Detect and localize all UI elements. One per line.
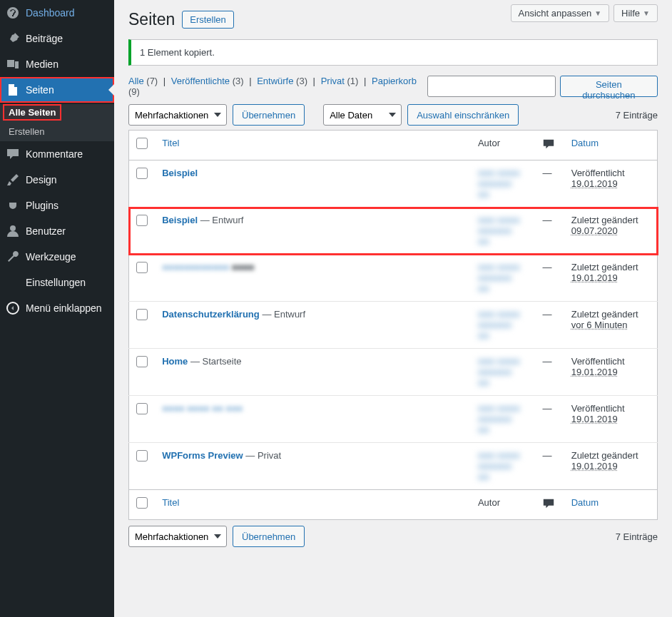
help-button[interactable]: Hilfe▼ bbox=[614, 4, 658, 22]
page-title-link[interactable]: Beispiel bbox=[162, 168, 198, 178]
author-cell: ■■■ ■■■■■■■■■■■■ bbox=[478, 450, 520, 482]
select-all-checkbox-bottom[interactable] bbox=[136, 497, 148, 509]
sidebar-submenu-pages: Alle Seiten Erstellen bbox=[0, 104, 114, 141]
add-new-button[interactable]: Erstellen bbox=[182, 11, 234, 29]
filter-apply-button[interactable]: Auswahl einschränken bbox=[407, 104, 519, 126]
pages-icon bbox=[6, 83, 20, 97]
sidebar-item-users[interactable]: Benutzer bbox=[0, 218, 114, 244]
col-comments[interactable] bbox=[535, 131, 564, 160]
user-icon bbox=[6, 224, 20, 238]
admin-sidebar: Dashboard Beiträge Medien Seiten Alle Se… bbox=[0, 0, 114, 617]
items-count: 7 Einträge bbox=[616, 110, 658, 121]
sidebar-item-tools[interactable]: Werkzeuge bbox=[0, 244, 114, 270]
sidebar-item-pages[interactable]: Seiten bbox=[0, 77, 114, 103]
sidebar-label: Plugins bbox=[26, 200, 58, 211]
col-author-bottom: Autor bbox=[471, 490, 536, 520]
pin-icon bbox=[6, 31, 20, 46]
table-row: ■■■■■■■■■■■■ ■■■■ ■■■ ■■■■■■■■■■■■ — Zul… bbox=[129, 255, 658, 302]
collapse-icon bbox=[6, 301, 20, 315]
comments-cell: — bbox=[535, 349, 564, 396]
sidebar-label: Kommentare bbox=[26, 148, 83, 160]
comments-cell: — bbox=[535, 208, 564, 255]
row-checkbox[interactable] bbox=[136, 450, 148, 462]
col-date-bottom[interactable]: Datum bbox=[571, 497, 599, 508]
submenu-add-page[interactable]: Erstellen bbox=[0, 122, 114, 141]
page-title-link[interactable]: WPForms Preview bbox=[162, 450, 243, 461]
select-all-checkbox[interactable] bbox=[136, 138, 148, 149]
comment-icon bbox=[542, 138, 555, 151]
wrench-icon bbox=[6, 250, 20, 264]
col-title-bottom[interactable]: Titel bbox=[162, 497, 179, 508]
comments-cell: — bbox=[535, 255, 564, 302]
bulk-apply-button[interactable]: Übernehmen bbox=[233, 104, 305, 126]
row-checkbox[interactable] bbox=[136, 262, 148, 273]
notice-text: 1 Element kopiert. bbox=[140, 47, 215, 58]
search-input[interactable] bbox=[427, 76, 556, 97]
sidebar-label: Werkzeuge bbox=[26, 251, 76, 262]
caret-down-icon: ▼ bbox=[643, 9, 650, 17]
date-cell: Veröffentlicht19.01.2019 bbox=[564, 160, 658, 208]
page-title-link[interactable]: Beispiel bbox=[162, 215, 198, 225]
sidebar-item-settings[interactable]: Einstellungen bbox=[0, 270, 114, 295]
status-filters: Alle (7) | Veröffentlichte (3) | Entwürf… bbox=[128, 76, 427, 97]
sidebar-item-collapse[interactable]: Menü einklappen bbox=[0, 295, 114, 321]
filter-trash[interactable]: Papierkorb bbox=[372, 76, 417, 86]
author-cell: ■■■ ■■■■■■■■■■■■ bbox=[478, 215, 520, 247]
author-cell: ■■■ ■■■■■■■■■■■■ bbox=[478, 356, 520, 388]
page-title-link[interactable]: Home bbox=[162, 356, 188, 367]
col-date[interactable]: Datum bbox=[571, 138, 599, 148]
page-title-link[interactable]: Datenschutzerklärung bbox=[162, 309, 260, 320]
pages-table: Titel Autor Datum Beispiel ■■■ ■■■■■■■■■… bbox=[128, 130, 658, 520]
bulk-apply-button-bottom[interactable]: Übernehmen bbox=[233, 526, 305, 547]
row-checkbox[interactable] bbox=[136, 403, 148, 414]
sidebar-label: Benutzer bbox=[26, 225, 66, 237]
date-cell: Veröffentlicht19.01.2019 bbox=[564, 396, 658, 443]
sidebar-item-plugins[interactable]: Plugins bbox=[0, 193, 114, 218]
media-icon bbox=[6, 57, 20, 71]
caret-down-icon: ▼ bbox=[594, 9, 601, 17]
success-notice: 1 Element kopiert. bbox=[128, 39, 658, 66]
bulk-action-select-bottom[interactable]: Mehrfachaktionen bbox=[128, 526, 227, 547]
author-cell: ■■■ ■■■■■■■■■■■■ bbox=[478, 168, 520, 200]
filter-private[interactable]: Privat bbox=[321, 76, 345, 86]
comments-cell: — bbox=[535, 443, 564, 490]
row-checkbox[interactable] bbox=[136, 215, 148, 226]
comments-cell: — bbox=[535, 396, 564, 443]
row-checkbox[interactable] bbox=[136, 168, 148, 179]
page-state: — Startseite bbox=[188, 356, 241, 367]
bulk-action-select[interactable]: Mehrfachaktionen bbox=[128, 104, 227, 126]
author-cell: ■■■ ■■■■■■■■■■■■ bbox=[478, 309, 520, 341]
sidebar-label: Menü einklappen bbox=[26, 302, 102, 314]
col-title[interactable]: Titel bbox=[162, 138, 179, 148]
filter-drafts[interactable]: Entwürfe bbox=[257, 76, 293, 86]
row-checkbox[interactable] bbox=[136, 356, 148, 367]
page-title-link[interactable]: ■■■■■■■■■■■■ bbox=[162, 262, 229, 272]
submenu-all-pages[interactable]: Alle Seiten bbox=[3, 104, 61, 121]
sidebar-item-dashboard[interactable]: Dashboard bbox=[0, 0, 114, 26]
filter-all[interactable]: Alle bbox=[128, 76, 144, 86]
comments-cell: — bbox=[535, 160, 564, 208]
col-author: Autor bbox=[471, 131, 536, 160]
date-filter-select[interactable]: Alle Daten bbox=[323, 104, 402, 126]
sidebar-item-comments[interactable]: Kommentare bbox=[0, 141, 114, 167]
sidebar-item-appearance[interactable]: Design bbox=[0, 167, 114, 193]
sidebar-label: Beiträge bbox=[26, 33, 63, 44]
dashboard-icon bbox=[6, 6, 20, 20]
filter-published[interactable]: Veröffentlichte bbox=[171, 76, 230, 86]
sliders-icon bbox=[6, 275, 20, 290]
author-cell: ■■■ ■■■■■■■■■■■■ bbox=[478, 262, 520, 294]
date-cell: Zuletzt geändert09.07.2020 bbox=[564, 208, 658, 255]
row-checkbox[interactable] bbox=[136, 309, 148, 320]
sidebar-item-media[interactable]: Medien bbox=[0, 51, 114, 77]
col-comments-bottom[interactable] bbox=[535, 490, 564, 520]
table-row: WPForms Preview — Privat ■■■ ■■■■■■■■■■■… bbox=[129, 443, 658, 490]
page-title-link[interactable]: ■■■■ ■■■■ ■■ ■■■ bbox=[162, 403, 243, 414]
sidebar-label: Einstellungen bbox=[26, 277, 86, 288]
sidebar-item-posts[interactable]: Beiträge bbox=[0, 26, 114, 51]
table-row: Datenschutzerklärung — Entwurf ■■■ ■■■■■… bbox=[129, 302, 658, 349]
screen-options-button[interactable]: Ansicht anpassen▼ bbox=[511, 4, 610, 22]
date-cell: Zuletzt geändertvor 6 Minuten bbox=[564, 302, 658, 349]
table-row: Beispiel — Entwurf ■■■ ■■■■■■■■■■■■ — Zu… bbox=[129, 208, 658, 255]
main-content: Ansicht anpassen▼ Hilfe▼ Seiten Erstelle… bbox=[114, 0, 672, 617]
search-button[interactable]: Seiten durchsuchen bbox=[560, 76, 658, 97]
